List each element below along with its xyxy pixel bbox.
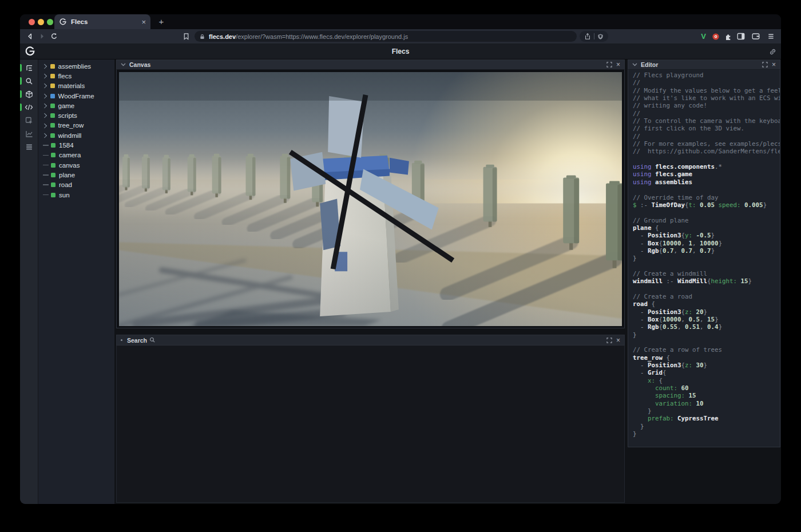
rail-search-icon[interactable] bbox=[20, 74, 38, 88]
entity-square-icon bbox=[51, 163, 55, 168]
expand-chevron-icon[interactable] bbox=[42, 64, 47, 69]
code-line bbox=[633, 263, 780, 270]
module-square-icon bbox=[50, 64, 55, 69]
window-close-button[interactable] bbox=[29, 19, 35, 25]
tree-item-camera[interactable]: camera bbox=[38, 150, 114, 160]
extension-badge-icon[interactable] bbox=[711, 31, 720, 41]
canvas-panel-title: Canvas bbox=[129, 61, 602, 68]
rail-scene-icon[interactable] bbox=[20, 88, 38, 101]
url-bar[interactable]: flecs.dev/explorer/?wasm=https://www.fle… bbox=[195, 31, 577, 42]
tree-item-windmill[interactable]: windmill bbox=[38, 130, 114, 140]
tree-item-materials[interactable]: materials bbox=[38, 81, 114, 91]
rail-tables-icon[interactable] bbox=[20, 140, 38, 153]
expand-chevron-icon[interactable] bbox=[42, 113, 47, 118]
collapsed-dot-icon bbox=[121, 339, 122, 341]
leaf-dash-icon bbox=[43, 155, 49, 156]
code-line: // Override time of day bbox=[633, 194, 780, 201]
chevron-down-icon bbox=[632, 62, 637, 67]
entity-square-icon bbox=[51, 193, 55, 197]
code-line: } bbox=[633, 331, 780, 339]
active-indicator bbox=[20, 77, 22, 85]
sidebar-toggle-icon[interactable] bbox=[736, 31, 746, 41]
rail-tree-view-icon[interactable] bbox=[20, 61, 38, 74]
canvas-panel-header[interactable]: Canvas × bbox=[116, 59, 625, 70]
code-line: road { bbox=[633, 300, 780, 308]
code-line: // writing any code! bbox=[633, 102, 780, 109]
tree-item-plane[interactable]: plane bbox=[38, 170, 114, 180]
tree-item-sun[interactable]: sun bbox=[38, 190, 114, 200]
tree-item-label: game bbox=[58, 102, 75, 109]
expand-chevron-icon[interactable] bbox=[42, 94, 47, 98]
tree-item-tree_row[interactable]: tree_row bbox=[38, 121, 114, 130]
tree-item-label: sun bbox=[59, 192, 70, 198]
brave-shield-icon[interactable] bbox=[597, 33, 604, 40]
code-line: - Grid{ bbox=[633, 369, 780, 376]
prefab-square-icon bbox=[50, 94, 55, 98]
close-icon[interactable]: × bbox=[616, 336, 620, 344]
tree-item-game[interactable]: game bbox=[38, 101, 114, 110]
lock-icon bbox=[199, 33, 205, 40]
chevron-down-icon bbox=[121, 62, 126, 67]
expand-icon[interactable] bbox=[606, 338, 612, 343]
tree-item-road[interactable]: road bbox=[38, 180, 114, 190]
share-link-icon[interactable] bbox=[769, 48, 776, 55]
app-header: Flecs bbox=[20, 43, 781, 59]
url-actions bbox=[580, 31, 608, 42]
extension-vimium-icon[interactable]: V bbox=[699, 31, 708, 41]
expand-chevron-icon[interactable] bbox=[42, 124, 47, 128]
reload-button[interactable] bbox=[49, 31, 59, 41]
code-line: windmill :- WindMill{height: 15} bbox=[633, 277, 780, 285]
code-line: // bbox=[633, 79, 780, 86]
canvas-panel: Canvas × bbox=[116, 59, 625, 328]
code-line: // Create a road bbox=[633, 293, 780, 300]
entity-tree: assembliesflecsmaterialsWoodFramegamescr… bbox=[38, 59, 114, 504]
icon-rail bbox=[20, 59, 38, 504]
expand-icon[interactable] bbox=[606, 62, 612, 68]
code-editor[interactable]: // Flecs playground//// Modify the value… bbox=[628, 70, 780, 447]
expand-chevron-icon[interactable] bbox=[42, 84, 47, 88]
3d-scene bbox=[119, 72, 622, 326]
window-minimize-button[interactable] bbox=[38, 19, 44, 25]
code-line bbox=[633, 209, 780, 216]
expand-chevron-icon[interactable] bbox=[42, 104, 47, 108]
code-line: // For more examples, see examples/plecs… bbox=[633, 140, 780, 148]
rail-stats-icon[interactable] bbox=[20, 127, 38, 140]
tree-item-assemblies[interactable]: assemblies bbox=[38, 61, 114, 71]
tree-item-1584[interactable]: 1584 bbox=[38, 140, 114, 150]
browser-tab[interactable]: Flecs × bbox=[54, 14, 150, 29]
3d-viewport[interactable] bbox=[116, 70, 625, 328]
menu-icon[interactable] bbox=[766, 31, 776, 41]
close-icon[interactable]: × bbox=[772, 61, 776, 69]
bookmark-icon[interactable] bbox=[181, 31, 191, 41]
tree-item-flecs[interactable]: flecs bbox=[38, 71, 114, 81]
window-zoom-button[interactable] bbox=[47, 19, 53, 25]
tree-item-label: canvas bbox=[59, 162, 80, 169]
tab-bar: Flecs × + bbox=[20, 14, 781, 29]
tree-item-WoodFrame[interactable]: WoodFrame bbox=[38, 91, 114, 101]
code-line: tree_row { bbox=[633, 354, 780, 362]
editor-panel-header[interactable]: Editor × bbox=[628, 59, 780, 70]
rail-code-icon[interactable] bbox=[20, 101, 38, 114]
code-line: // To control the camera with the keyboa… bbox=[633, 117, 780, 125]
expand-icon[interactable] bbox=[762, 62, 768, 68]
code-line: } bbox=[633, 423, 780, 430]
tab-close-icon[interactable]: × bbox=[141, 18, 146, 26]
extensions-puzzle-icon[interactable] bbox=[723, 31, 733, 41]
tree-item-canvas[interactable]: canvas bbox=[38, 160, 114, 170]
tree-item-label: 1584 bbox=[59, 142, 74, 149]
expand-chevron-icon[interactable] bbox=[42, 133, 47, 138]
rail-inspector-icon[interactable] bbox=[20, 114, 38, 127]
search-panel-header[interactable]: Search × bbox=[116, 335, 625, 346]
module-square-icon bbox=[50, 74, 55, 78]
back-button[interactable] bbox=[25, 31, 35, 41]
code-line: // https://github.com/SanderMertens/flec… bbox=[633, 148, 780, 155]
share-icon[interactable] bbox=[584, 33, 591, 40]
code-line: // Flecs playground bbox=[633, 72, 780, 79]
code-line: x: { bbox=[633, 377, 780, 384]
forward-button[interactable] bbox=[37, 31, 47, 41]
new-tab-button[interactable]: + bbox=[156, 17, 166, 26]
close-icon[interactable]: × bbox=[616, 61, 620, 69]
expand-chevron-icon[interactable] bbox=[42, 74, 47, 78]
wallet-icon[interactable] bbox=[751, 31, 760, 41]
tree-item-scripts[interactable]: scripts bbox=[38, 110, 114, 120]
